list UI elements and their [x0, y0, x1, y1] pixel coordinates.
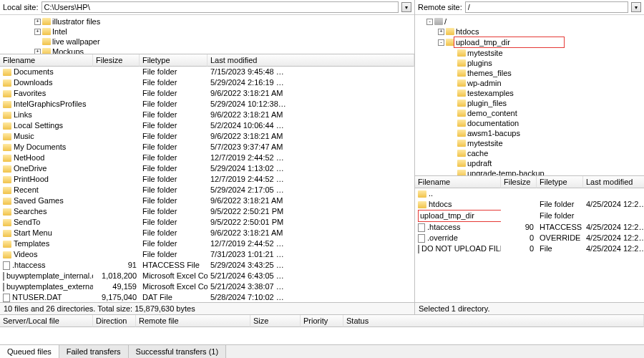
tree-toggle-icon[interactable]: + [34, 49, 41, 55]
tree-item[interactable]: -upload_tmp_dir [416, 37, 643, 48]
queue-column-header[interactable]: Size [250, 315, 301, 327]
list-item-name[interactable]: Recent [0, 185, 93, 195]
tree-item[interactable]: +Mockups [1, 47, 413, 54]
list-item-name[interactable]: upload_tmp_dir [415, 210, 501, 222]
list-item-cell: File folder [537, 210, 583, 222]
column-header[interactable]: Filesize [501, 176, 537, 188]
tree-toggle-icon[interactable]: + [438, 29, 444, 35]
tree-item[interactable]: themes_files [416, 68, 643, 78]
tree-item-label: plugins [467, 58, 492, 68]
list-item-name[interactable]: htdocs [415, 199, 501, 210]
list-item-name[interactable]: Videos [0, 249, 93, 260]
column-header[interactable]: Last modified [583, 176, 644, 188]
queue-column-header[interactable]: Direction [93, 315, 136, 327]
column-header[interactable]: Filetype [537, 176, 583, 188]
list-item-name[interactable]: buywptemplates_external… [0, 281, 93, 292]
list-item-cell: Microsoft Excel Co… [140, 271, 208, 281]
tree-item[interactable]: -/ [416, 16, 643, 26]
folder-icon [457, 110, 466, 117]
tree-item[interactable]: upgrade-temp-backup [416, 168, 643, 176]
list-item-name[interactable]: NetHood [0, 153, 93, 163]
list-item-cell [93, 142, 140, 153]
queue-column-header[interactable]: Server/Local file [0, 315, 93, 327]
tree-item[interactable]: updraft [416, 158, 643, 168]
list-item-name[interactable]: Documents [0, 67, 93, 77]
folder-icon [457, 160, 466, 167]
list-item-name[interactable]: Saved Games [0, 195, 93, 206]
remote-site-path-input[interactable] [465, 1, 628, 13]
list-item-name[interactable]: Downloads [0, 77, 93, 88]
folder-icon [3, 101, 11, 108]
tree-item[interactable]: +Intel [1, 26, 413, 37]
list-item-cell: File folder [140, 249, 208, 260]
list-item-cell: 5/28/2024 7:10:02 … [208, 292, 414, 302]
tab-successful-transfers[interactable]: Successful transfers (1) [129, 345, 227, 358]
list-item-name[interactable]: NTUSER.DAT [0, 292, 93, 302]
remote-path-dropdown[interactable]: ▾ [631, 2, 641, 12]
tree-item[interactable]: +htdocs [416, 26, 643, 37]
queue-column-header[interactable]: Status [343, 315, 644, 327]
queue-column-header[interactable]: Remote file [136, 315, 250, 327]
remote-file-list[interactable]: FilenameFilesizeFiletypeLast modifiedPer… [415, 176, 644, 302]
tree-item[interactable]: plugin_files [416, 98, 643, 108]
tree-item[interactable]: live wallpaper [1, 37, 413, 47]
tree-toggle-icon[interactable]: - [438, 39, 444, 46]
list-item-cell [93, 174, 140, 185]
tree-item[interactable]: mytestsite [416, 138, 643, 148]
document-icon [3, 272, 4, 281]
tree-item[interactable]: cache [416, 148, 643, 158]
list-item-name[interactable]: .override [415, 233, 501, 243]
list-item-name[interactable]: Music [0, 131, 93, 142]
list-item-cell: File folder [537, 199, 583, 210]
tab-queued-files[interactable]: Queued files [0, 345, 59, 358]
list-item-name[interactable]: Local Settings [0, 120, 93, 131]
list-item-name[interactable]: .htaccess [415, 222, 501, 233]
column-header[interactable]: Filesize [93, 54, 140, 67]
column-header[interactable]: Filetype [140, 54, 208, 67]
tree-item[interactable]: mytestsite [416, 48, 643, 58]
tree-toggle-icon[interactable]: + [34, 19, 41, 25]
list-item-name[interactable]: DO NOT UPLOAD FILE… [415, 243, 501, 254]
tree-item[interactable]: documentation [416, 118, 643, 128]
local-site-label: Local site: [3, 3, 39, 11]
list-item-cell [93, 185, 140, 195]
list-item-cell: 9/6/2022 3:18:21 AM [208, 88, 414, 99]
list-item-name[interactable]: My Documents [0, 142, 93, 153]
tree-item[interactable]: +illustrator files [1, 16, 413, 26]
folder-icon [3, 122, 11, 130]
list-item-name[interactable]: .. [415, 188, 501, 199]
list-item-name[interactable]: SendTo [0, 217, 93, 228]
tree-item[interactable]: awsm1-bacups [416, 128, 643, 138]
tree-item[interactable]: testexamples [416, 88, 643, 98]
tree-item[interactable]: wp-admin [416, 78, 643, 88]
list-item-name[interactable]: PrintHood [0, 174, 93, 185]
transfer-queue[interactable]: Server/Local fileDirectionRemote fileSiz… [0, 314, 644, 344]
list-item-cell: File folder [140, 195, 208, 206]
list-item-name[interactable]: Favorites [0, 88, 93, 99]
tree-item[interactable]: plugins [416, 58, 643, 68]
tree-item-label: Intel [52, 26, 67, 37]
list-item-name[interactable]: Start Menu [0, 228, 93, 238]
list-item-name[interactable]: Templates [0, 238, 93, 249]
list-item-name[interactable]: IntelGraphicsProfiles [0, 99, 93, 110]
remote-tree[interactable]: -/+htdocs-upload_tmp_dirmytestsiteplugin… [415, 15, 644, 176]
local-tree[interactable]: +illustrator files+Intellive wallpaper+M… [0, 15, 414, 54]
local-file-list[interactable]: FilenameFilesizeFiletypeLast modifiedDoc… [0, 54, 414, 302]
column-header[interactable]: Last modified [208, 54, 414, 67]
list-item-name[interactable]: .htaccess [0, 260, 93, 271]
list-item-name[interactable]: Links [0, 110, 93, 120]
column-header[interactable]: Filename [0, 54, 93, 67]
local-path-dropdown[interactable]: ▾ [401, 2, 411, 12]
column-header[interactable]: Filename [415, 176, 501, 188]
list-item-name[interactable]: OneDrive [0, 163, 93, 174]
list-item-cell: File folder [140, 131, 208, 142]
tree-toggle-icon[interactable]: - [426, 19, 433, 25]
tree-toggle-icon[interactable]: + [34, 29, 41, 35]
queue-column-header[interactable]: Priority [301, 315, 343, 327]
folder-icon [418, 201, 426, 208]
list-item-name[interactable]: Searches [0, 206, 93, 217]
list-item-name[interactable]: buywptemplate_internal.c… [0, 271, 93, 281]
tree-item[interactable]: demo_content [416, 108, 643, 118]
local-site-path-input[interactable] [42, 1, 399, 13]
tab-failed-transfers[interactable]: Failed transfers [59, 345, 129, 358]
